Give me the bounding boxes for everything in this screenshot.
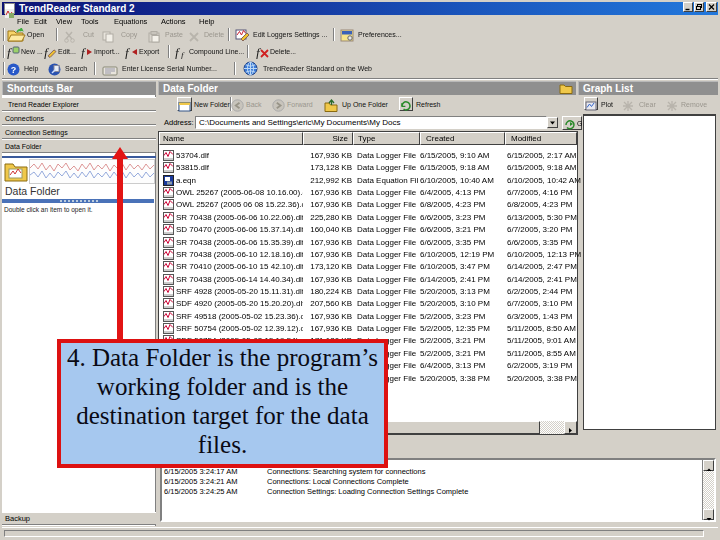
svg-text:f: f [125, 46, 131, 59]
svg-text:?: ? [11, 65, 17, 75]
svg-text:f: f [181, 50, 185, 59]
svg-text:f: f [7, 46, 13, 59]
svg-text:f: f [81, 46, 87, 59]
